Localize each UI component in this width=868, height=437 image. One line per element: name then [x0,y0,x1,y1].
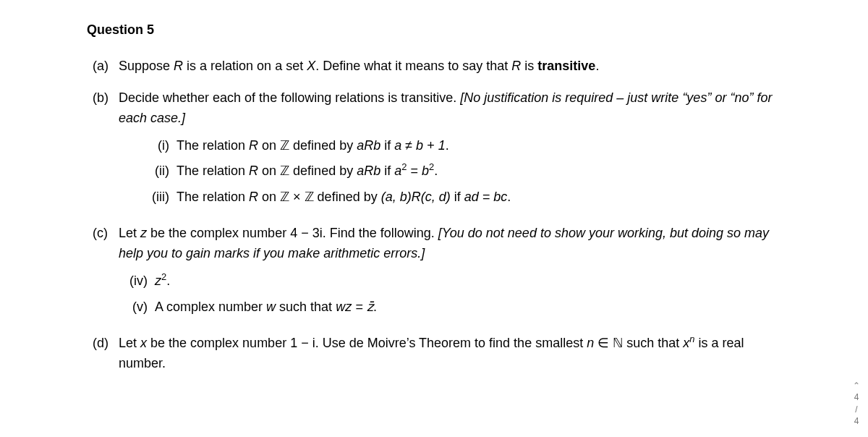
text: . [507,190,511,204]
bold-transitive: transitive [537,59,595,73]
page-total: 4 [849,415,864,427]
question-content: Question 5 (a) Suppose R is a relation o… [0,0,868,400]
math-Z: ℤ [280,190,289,204]
part-b-i: (i) The relation R on ℤ defined by aRb i… [145,136,781,156]
text: . [446,138,449,153]
text: on [258,164,280,178]
part-b-ii: (ii) The relation R on ℤ defined by aRb … [145,161,781,182]
part-a-label: (a) [87,56,119,77]
math: z [155,273,161,288]
part-b-sublist: (i) The relation R on ℤ defined by aRb i… [119,136,781,208]
body-iv: z2. [155,271,781,292]
body-iii: The relation R on ℤ × ℤ defined by (a, b… [176,187,781,208]
body-i: The relation R on ℤ defined by aRb if a … [176,136,781,156]
page-current: 4 [849,391,864,403]
label-v: (v) [123,297,155,318]
chevron-up-icon[interactable]: ⌃ [849,380,864,391]
text: . [595,59,599,73]
text: Let [119,226,140,240]
text: such that [623,336,683,350]
math-R: R [174,59,183,73]
body-ii: The relation R on ℤ defined by aRb if a2… [176,161,781,182]
part-d-body: Let x be the complex number 1 − i. Use d… [119,334,781,374]
math-X: X [307,59,315,73]
math: aRb [357,164,380,178]
text: ∈ [594,336,613,350]
text: Suppose [119,59,174,73]
math: a [394,164,401,178]
text: . [373,300,377,314]
part-c-v: (v) A complex number w such that wz = z̄… [123,297,781,318]
math: x [683,336,689,350]
math-R: R [511,59,521,73]
math: R [249,164,258,178]
part-b-label: (b) [87,88,119,212]
body-v: A complex number w such that wz = z̄. [155,297,781,318]
part-c: (c) Let z be the complex number 4 − 3i. … [87,224,781,322]
math: wz = z̄ [336,300,373,314]
text: be the complex number 4 − 3i. Find the f… [147,226,438,240]
part-a: (a) Suppose R is a relation on a set X. … [87,56,781,77]
label-iv: (iv) [123,271,155,292]
math-Z: ℤ [305,190,314,204]
text: = [407,164,422,178]
page-sep: / [849,404,864,415]
math: ad = bc [464,190,508,204]
math: w [266,300,276,314]
text: if [451,190,464,204]
math: b [422,164,429,178]
math: (a, b)R(c, d) [381,190,451,204]
page-indicator[interactable]: ⌃ 4 / 4 [849,380,864,427]
text: The relation [176,164,249,178]
text: . [166,273,170,288]
part-c-body: Let z be the complex number 4 − 3i. Find… [119,224,781,322]
math: z [140,226,147,240]
part-a-body: Suppose R is a relation on a set X. Defi… [119,56,781,77]
text: if [380,164,394,178]
text: such that [276,300,336,314]
text: The relation [176,138,249,153]
part-b-iii: (iii) The relation R on ℤ × ℤ defined by… [145,187,781,208]
math-N: ℕ [613,336,623,350]
text: on [258,190,280,204]
part-c-sublist: (iv) z2. (v) A complex number w such tha… [119,271,781,318]
label-iii: (iii) [145,187,176,208]
part-b: (b) Decide whether each of the following… [87,88,781,212]
label-i: (i) [145,136,176,156]
text: is a relation on a set [183,59,307,73]
part-c-label: (c) [87,224,119,322]
text: . Define what it means to say that [315,59,511,73]
text: Let [119,336,140,350]
math: n [587,336,594,350]
math-Z: ℤ [280,138,289,153]
part-c-iv: (iv) z2. [123,271,781,292]
text: defined by [289,164,357,178]
part-b-body: Decide whether each of the following rel… [119,88,781,212]
math: a ≠ b + 1 [394,138,445,153]
text: if [380,138,394,153]
question-heading: Question 5 [87,20,781,41]
math-Z: ℤ [280,164,289,178]
part-d: (d) Let x be the complex number 1 − i. U… [87,334,781,374]
label-ii: (ii) [145,161,176,182]
text: The relation [176,190,249,204]
math: aRb [357,138,380,153]
text: Decide whether each of the following rel… [119,90,460,105]
text: be the complex number 1 − i. Use de Moiv… [147,336,587,350]
text: A complex number [155,300,266,314]
math: R [249,138,258,153]
math: x [140,336,147,350]
part-d-label: (d) [87,334,119,374]
text: is [521,59,537,73]
text: . [434,164,438,178]
text: defined by [289,138,357,153]
math: R [249,190,258,204]
text: defined by [314,190,381,204]
text: × [289,190,305,204]
text: on [258,138,280,153]
